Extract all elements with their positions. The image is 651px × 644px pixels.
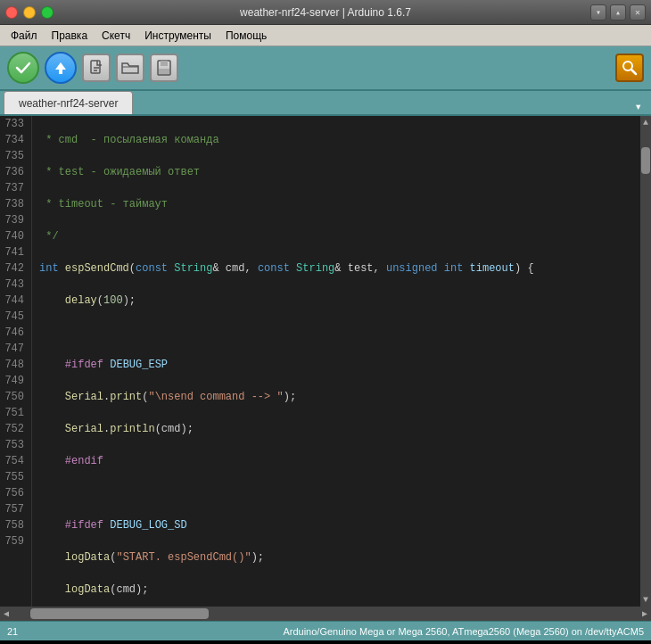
code-line-736: */ [39,228,640,244]
code-line-745: #ifdef DEBUG_LOG_SD [39,517,640,533]
maximize-button[interactable] [41,6,54,19]
line-num-747: 747 [4,341,24,357]
line-num-751: 751 [4,405,24,421]
line-num-741: 741 [4,244,24,260]
code-line-737: int espSendCmd(const String& cmd, const … [39,260,640,277]
search-button[interactable] [615,54,644,82]
line-num-742: 742 [4,260,24,277]
check-icon [14,59,32,77]
new-file-icon [87,59,105,77]
title-bar-right-controls: ▾ ▴ ✕ [590,4,646,21]
horizontal-scrollbar[interactable]: ◀ ▶ [0,607,651,621]
scrollbar-h-thumb[interactable] [30,608,209,619]
code-line-742: Serial.println(cmd); [39,421,640,437]
line-num-736: 736 [4,164,24,180]
line-num-755: 755 [4,469,24,485]
search-icon [622,60,638,76]
line-num-748: 748 [4,357,24,373]
upload-button[interactable] [45,52,77,84]
close-button[interactable] [5,6,18,19]
line-num-757: 757 [4,501,24,517]
title-ctrl-close[interactable]: ✕ [630,4,646,21]
menu-edit[interactable]: Правка [45,28,95,44]
code-line-735: * timeout - таймаут [39,196,640,212]
svg-marker-0 [55,62,66,70]
code-line-744 [39,485,640,501]
editor-area: 733 734 735 736 737 738 739 740 741 742 … [0,116,651,607]
code-container: 733 734 735 736 737 738 739 740 741 742 … [0,116,640,607]
line-num-737: 737 [4,180,24,196]
tab-label: weather-nrf24-server [19,97,118,110]
title-ctrl-down[interactable]: ▾ [590,4,606,21]
line-num-749: 749 [4,373,24,389]
line-num-752: 752 [4,421,24,437]
status-left: 21 [7,626,18,637]
line-num-754: 754 [4,453,24,469]
code-line-738: delay(100); [39,293,640,309]
line-num-740: 740 [4,228,24,244]
minimize-button[interactable] [23,6,36,19]
line-num-744: 744 [4,293,24,309]
line-num-743: 743 [4,277,24,293]
tab-bar: weather-nrf24-server ▾ [0,91,651,116]
code-line-733: * cmd - посылаемая команда [39,132,640,148]
menu-help[interactable]: Помощь [218,28,274,44]
status-bar: 21 Arduino/Genuino Mega or Mega 2560, AT… [0,621,651,640]
line-num-756: 756 [4,485,24,501]
line-num-745: 745 [4,309,24,325]
svg-line-9 [631,70,636,74]
svg-rect-6 [161,61,168,66]
upload-icon [52,59,70,77]
scroll-thumb[interactable] [641,147,650,174]
open-folder-icon [120,59,140,77]
line-num-759: 759 [4,533,24,549]
line-num-734: 734 [4,132,24,148]
toolbar [0,46,651,91]
tab-dropdown-arrow[interactable]: ▾ [630,99,647,114]
menu-file[interactable]: Файл [4,28,45,44]
menu-bar: Файл Правка Скетч Инструменты Помощь [0,25,651,46]
scroll-up-arrow[interactable]: ▲ [641,116,650,129]
toolbar-right [615,54,644,82]
line-num-758: 758 [4,517,24,533]
scroll-down-arrow[interactable]: ▼ [641,593,650,607]
svg-rect-1 [59,70,62,74]
window-controls [5,6,54,19]
code-line-739 [39,325,640,341]
code-content[interactable]: * cmd - посылаемая команда * test - ожид… [32,116,640,607]
svg-rect-7 [159,69,169,74]
window-title: weather-nrf24-server | Arduino 1.6.7 [240,6,411,19]
new-button[interactable] [82,54,111,82]
menu-sketch[interactable]: Скетч [95,28,137,44]
code-line-743: #endif [39,453,640,469]
bottom-area [0,640,651,644]
line-numbers: 733 734 735 736 737 738 739 740 741 742 … [0,116,32,607]
tab-weather-nrf24-server[interactable]: weather-nrf24-server [4,91,133,114]
line-num-746: 746 [4,325,24,341]
menu-tools[interactable]: Инструменты [137,28,218,44]
code-line-746: logData("START. espSendCmd()"); [39,549,640,566]
line-num-733: 733 [4,116,24,132]
code-line-747: logData(cmd); [39,582,640,598]
svg-rect-2 [91,61,100,73]
save-icon [155,59,173,77]
code-line-734: * test - ожидаемый ответ [39,164,640,180]
title-ctrl-up[interactable]: ▴ [610,4,626,21]
open-button[interactable] [116,54,144,82]
verify-button[interactable] [7,52,39,84]
line-num-753: 753 [4,437,24,453]
scroll-left-arrow[interactable]: ◀ [0,608,12,619]
line-num-750: 750 [4,389,24,405]
code-line-740: #ifdef DEBUG_ESP [39,357,640,373]
line-num-738: 738 [4,196,24,212]
save-button[interactable] [150,54,178,82]
vertical-scrollbar[interactable]: ▲ ▼ [640,116,651,607]
scroll-right-arrow[interactable]: ▶ [639,608,651,619]
code-line-741: Serial.print("\nsend command --> "); [39,389,640,405]
line-num-735: 735 [4,148,24,164]
line-num-739: 739 [4,212,24,228]
title-bar: weather-nrf24-server | Arduino 1.6.7 ▾ ▴… [0,0,651,25]
status-right: Arduino/Genuino Mega or Mega 2560, ATmeg… [283,626,644,637]
